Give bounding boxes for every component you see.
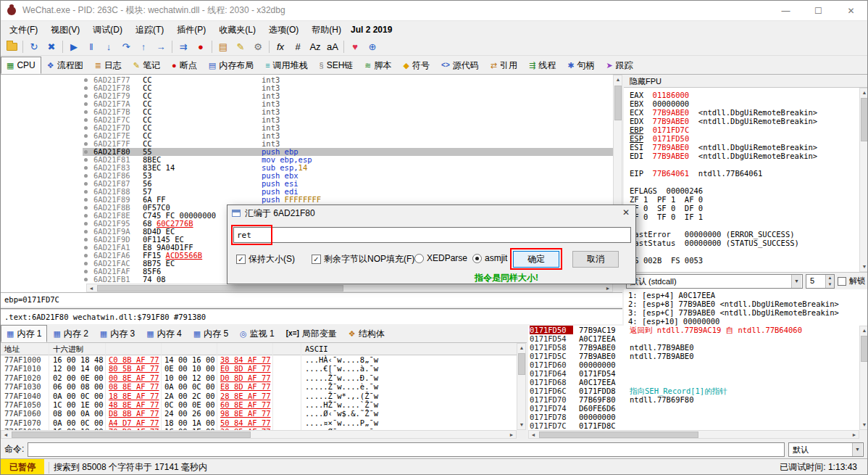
stack-row[interactable]: 0171FD640171FD54 bbox=[528, 369, 859, 378]
stack-row[interactable]: 0171FD6C0171FDD8指向SEH_Record[1]的指针 bbox=[528, 387, 859, 395]
xedparse-radio[interactable]: XEDParse bbox=[414, 253, 467, 263]
disasm-row[interactable]: 6AD21F78CCint3 bbox=[1, 84, 613, 92]
argument-row[interactable]: 3: [esp+C] 77B9ABE0 <ntdll.DbgUiRemoteBr… bbox=[628, 308, 867, 317]
run-icon[interactable]: ▶ bbox=[65, 39, 83, 55]
menu-item[interactable]: 插件(P) bbox=[170, 22, 212, 38]
calling-convention-combo[interactable]: 默认 (stdcall) ▼ bbox=[626, 274, 803, 289]
stack-row[interactable]: 0171FD74D60FE6D6 bbox=[528, 404, 859, 413]
run-to-cursor-icon[interactable]: → bbox=[152, 39, 170, 55]
keep-size-checkbox[interactable]: ✓ 保持大小(S) bbox=[236, 253, 295, 265]
argument-row[interactable]: 4: [esp+10] 00000000 bbox=[628, 317, 867, 326]
tab-source[interactable]: <>源代码 bbox=[435, 57, 485, 74]
stack-row[interactable]: 0171FD54A0C17EEA bbox=[528, 334, 859, 343]
dump-row[interactable]: 77AF10501C 00 1E 0048 8E AF 770C 00 0E 0… bbox=[1, 400, 517, 409]
step-into-icon[interactable]: ↓ bbox=[100, 39, 117, 55]
stack-row[interactable]: 0171FD5877B9ABE0ntdll.77B9ABE0 bbox=[528, 343, 859, 352]
scroll-thumb[interactable] bbox=[539, 431, 698, 438]
stack-vscrollbar[interactable]: ▲ ▼ bbox=[859, 326, 868, 430]
scroll-thumb[interactable] bbox=[614, 86, 622, 120]
dump-row[interactable]: 77AF106008 00 0A 00D8 8B AF 7724 00 26 0… bbox=[1, 409, 517, 418]
fill-nop-checkbox[interactable]: ✓ 剩余字节以NOP填充(F) bbox=[312, 253, 414, 265]
register-row[interactable]: OF 0 SF 0 DF 0 bbox=[630, 204, 859, 212]
dump-row[interactable]: 77AF102002 00 0E 0000 8E AF 7710 00 12 0… bbox=[1, 373, 517, 382]
dialog-close-icon[interactable]: ✕ bbox=[622, 207, 630, 218]
disasm-row[interactable]: 6AD21F77CCint3 bbox=[1, 76, 613, 84]
register-row[interactable]: EDI 77B9ABE0 <ntdll.DbgUiRemoteBreakin> bbox=[630, 152, 859, 160]
tab-log[interactable]: ≣日志 bbox=[89, 57, 128, 74]
assemble-instruction-input[interactable] bbox=[233, 227, 631, 243]
menu-item[interactable]: 选项(O) bbox=[262, 22, 305, 38]
maximize-button[interactable]: ☐ bbox=[802, 1, 835, 20]
register-row[interactable]: CF 0 TF 0 IF 1 bbox=[630, 212, 859, 221]
registers-vscrollbar[interactable]: ▲ ▼ bbox=[859, 88, 868, 272]
tab-call-stack[interactable]: ≡调用堆栈 bbox=[259, 57, 313, 74]
command-input[interactable] bbox=[28, 442, 785, 457]
scroll-left-icon[interactable]: ◄ bbox=[87, 284, 96, 292]
register-row[interactable]: EFLAGS 00000246 bbox=[630, 186, 859, 195]
hash-icon[interactable]: # bbox=[289, 39, 306, 55]
dump-vscrollbar[interactable]: ▲ ▼ bbox=[517, 343, 526, 430]
tab-memory-map[interactable]: ▤内存布局 bbox=[203, 57, 259, 74]
register-row[interactable]: LastError 00000000 (ERROR_SUCCESS) bbox=[630, 230, 859, 239]
step-out-icon[interactable]: ↑ bbox=[135, 39, 152, 55]
tab-mem2[interactable]: ▦内存 2 bbox=[47, 325, 93, 342]
cancel-button[interactable]: 取消 bbox=[572, 251, 619, 268]
scroll-right-icon[interactable]: ► bbox=[604, 284, 612, 292]
internet-icon[interactable]: ⊕ bbox=[364, 39, 381, 55]
chevron-down-icon[interactable]: ▼ bbox=[791, 275, 801, 288]
register-row[interactable] bbox=[630, 160, 859, 169]
tab-mem5[interactable]: ▦内存 5 bbox=[188, 325, 234, 342]
menu-item[interactable]: 收藏夹(L) bbox=[212, 22, 262, 38]
stack-row[interactable]: 0171FD5C77B9ABE0ntdll.77B9ABE0 bbox=[528, 352, 859, 360]
scroll-thumb[interactable] bbox=[518, 353, 525, 375]
tab-trace[interactable]: ➤跟踪 bbox=[600, 57, 638, 74]
menu-item[interactable]: 文件(F) bbox=[3, 22, 44, 38]
spin-down-icon[interactable]: ▼ bbox=[825, 281, 834, 288]
dump-row[interactable]: 77AF103006 00 08 0008 8E AF 770A 00 0C 0… bbox=[1, 382, 517, 391]
unlock-checkbox[interactable]: 解锁 bbox=[838, 276, 867, 286]
register-row[interactable]: ESP 0171FD50 bbox=[630, 134, 859, 143]
stack-row[interactable]: 0171FD7077B69F80ntdll.77B69F80 bbox=[528, 395, 859, 404]
tab-breakpoints[interactable]: ●断点 bbox=[166, 57, 203, 74]
pause-icon[interactable]: ‖ bbox=[83, 39, 100, 55]
argument-count-spinner[interactable]: 5 ▲ ▼ bbox=[806, 274, 835, 289]
tab-handles[interactable]: ✱句柄 bbox=[562, 57, 600, 74]
stack-row[interactable]: 0171FD5077B9AC19返回到 ntdll.77B9AC19 自 ntd… bbox=[528, 326, 859, 334]
dump-row[interactable]: 77AF100016 00 18 48C0 8B AF 7714 00 16 0… bbox=[1, 355, 517, 364]
case-icon[interactable]: aA bbox=[324, 39, 341, 55]
argument-row[interactable]: 1: [esp+4] A0C17EEA bbox=[628, 291, 867, 300]
register-row[interactable]: ESI 77B9ABE0 <ntdll.DbgUiRemoteBreakin> bbox=[630, 143, 859, 152]
close-debuggee-icon[interactable]: ✖ bbox=[43, 39, 60, 55]
scroll-down-icon[interactable]: ▼ bbox=[860, 421, 868, 429]
scroll-thumb[interactable] bbox=[861, 98, 868, 141]
register-row[interactable] bbox=[630, 221, 859, 230]
argument-row[interactable]: 2: [esp+8] 77B9ABE0 <ntdll.DbgUiRemoteBr… bbox=[628, 300, 867, 308]
menu-item[interactable]: 视图(V) bbox=[44, 22, 86, 38]
disasm-row[interactable]: 6AD21F896A FFpush FFFFFFFF bbox=[1, 196, 613, 204]
dump-hscrollbar[interactable]: ◄ ► bbox=[1, 430, 517, 439]
register-row[interactable]: EAX 01186000 bbox=[630, 91, 859, 99]
tab-mem4[interactable]: ▦内存 4 bbox=[141, 325, 187, 342]
settings-icon[interactable]: ⚙ bbox=[249, 39, 267, 55]
disasm-row[interactable]: 6AD21F8383EC 14sub esp,14 bbox=[1, 164, 613, 172]
tab-references[interactable]: ⇄引用 bbox=[485, 57, 523, 74]
tab-threads[interactable]: ⇶线程 bbox=[523, 57, 562, 74]
command-script-combo[interactable]: 默认 ▼ bbox=[788, 442, 864, 457]
disasm-row[interactable]: 6AD21F7CCCint3 bbox=[1, 116, 613, 124]
dump-row[interactable]: 77AF101012 00 14 0080 5B AF 770E 00 10 0… bbox=[1, 364, 517, 373]
scroll-thumb[interactable] bbox=[861, 336, 868, 362]
register-row[interactable]: LastStatus 00000000 (STATUS_SUCCESS) bbox=[630, 239, 859, 247]
tab-struct[interactable]: ❖结构体 bbox=[343, 325, 391, 342]
register-row[interactable]: EBP 0171FD7C bbox=[630, 125, 859, 134]
title-bar[interactable]: WeChat.exe - PID: 263C - 模块: wechatwin.d… bbox=[1, 1, 867, 21]
menu-item[interactable]: 帮助(H) bbox=[305, 22, 348, 38]
favourites-icon[interactable]: ♥ bbox=[346, 39, 364, 55]
register-row[interactable]: EBX 00000000 bbox=[630, 99, 859, 108]
animate-icon[interactable]: ⇉ bbox=[175, 39, 192, 55]
stack-row[interactable]: 0171FD7800000000 bbox=[528, 413, 859, 421]
fx-icon[interactable]: fx bbox=[272, 39, 289, 55]
tab-seh[interactable]: §SEH链 bbox=[314, 57, 359, 74]
register-row[interactable]: EIP 77B64061 ntdll.77B64061 bbox=[630, 169, 859, 178]
breakpoints-icon[interactable]: ● bbox=[192, 39, 209, 55]
scroll-right-icon[interactable]: ► bbox=[507, 431, 516, 439]
